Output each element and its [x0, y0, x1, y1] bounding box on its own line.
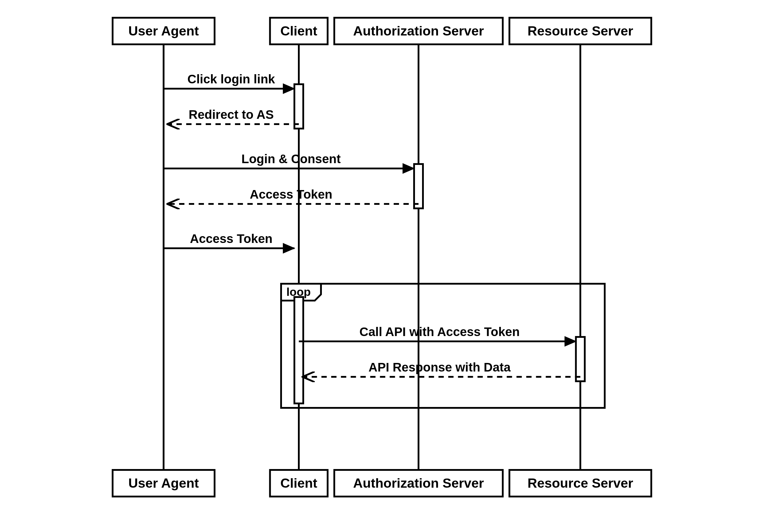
participant-label-client-bottom: Client	[280, 475, 317, 491]
message-label-6: API Response with Data	[369, 360, 511, 374]
participant-label-auth_server-top: Authorization Server	[353, 23, 484, 38]
message-label-3: Access Token	[250, 187, 332, 201]
activation-client-2	[295, 297, 303, 403]
message-label-2: Login & Consent	[241, 152, 341, 166]
participant-label-client-top: Client	[280, 23, 317, 38]
sequence-diagram: loopUser AgentClientAuthorization Server…	[0, 0, 759, 532]
message-label-0: Click login link	[187, 72, 275, 86]
participant-label-user_agent-bottom: User Agent	[128, 475, 199, 491]
participant-label-user_agent-top: User Agent	[128, 23, 199, 38]
sequence-svg: loopUser AgentClientAuthorization Server…	[0, 0, 759, 532]
participant-label-res_server-top: Resource Server	[528, 23, 633, 38]
message-label-4: Access Token	[190, 232, 272, 246]
participant-label-auth_server-bottom: Authorization Server	[353, 475, 484, 491]
activation-res_server-3	[576, 337, 585, 381]
message-label-1: Redirect to AS	[188, 107, 274, 121]
participant-label-res_server-bottom: Resource Server	[528, 475, 633, 491]
activation-client-0	[295, 84, 303, 129]
loop-frame	[281, 284, 605, 408]
activation-auth_server-1	[414, 164, 423, 208]
message-label-5: Call API with Access Token	[359, 325, 520, 339]
